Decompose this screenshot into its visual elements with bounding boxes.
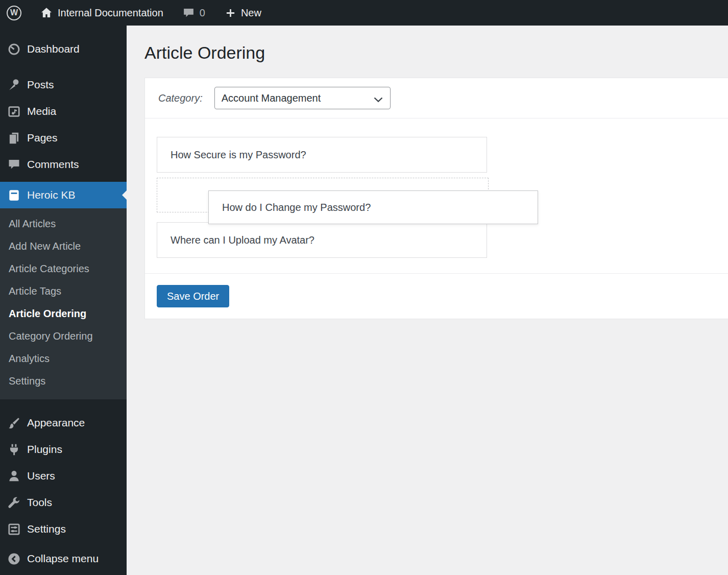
sidebar-item-label: Comments <box>27 158 79 171</box>
sidebar-item-dashboard[interactable]: Dashboard <box>0 36 127 62</box>
menu-separator <box>0 62 127 71</box>
new-content-link[interactable]: New <box>219 0 268 26</box>
sidebar-item-pages[interactable]: Pages <box>0 125 127 151</box>
sidebar-item-heroic-kb[interactable]: Heroic KB <box>0 182 127 208</box>
sidebar-item-label: Users <box>27 470 55 482</box>
menu-separator <box>0 399 127 410</box>
article-item-label: Where can I Upload my Avatar? <box>171 234 314 246</box>
sidebar-item-label: Appearance <box>27 417 85 429</box>
sidebar-item-settings[interactable]: Settings <box>0 516 127 542</box>
heroic-kb-submenu: All Articles Add New Article Article Cat… <box>0 208 127 399</box>
panel-footer: Save Order <box>145 273 728 319</box>
collapse-menu-label: Collapse menu <box>27 553 99 565</box>
article-item-dragging[interactable]: How do I Change my Password? <box>208 190 538 224</box>
article-item-label: How Secure is my Password? <box>171 149 306 161</box>
sidebar-item-posts[interactable]: Posts <box>0 71 127 98</box>
sidebar-item-comments[interactable]: Comments <box>0 151 127 178</box>
plus-icon <box>225 7 236 19</box>
submenu-item-all-articles[interactable]: All Articles <box>0 212 127 235</box>
sidebar-item-media[interactable]: Media <box>0 98 127 125</box>
sidebar-item-label: Pages <box>27 132 58 144</box>
submenu-item-add-new-article[interactable]: Add New Article <box>0 235 127 257</box>
comments-count: 0 <box>200 7 205 19</box>
category-select[interactable]: Account Management <box>214 87 391 109</box>
wordpress-icon: W <box>7 6 21 20</box>
article-item[interactable]: How Secure is my Password? <box>157 137 487 173</box>
sortable-article-list: How Secure is my Password? How do I Chan… <box>145 118 728 273</box>
submenu-item-category-ordering[interactable]: Category Ordering <box>0 325 127 347</box>
new-label: New <box>241 7 261 19</box>
page-title: Article Ordering <box>144 42 728 63</box>
sidebar: Dashboard Posts Media Pages Commen <box>0 26 127 575</box>
sidebar-item-label: Heroic KB <box>27 189 76 201</box>
site-name: Internal Documentation <box>58 7 163 19</box>
home-icon <box>40 6 53 19</box>
article-item-label: How do I Change my Password? <box>222 202 371 213</box>
sidebar-item-tools[interactable]: Tools <box>0 489 127 516</box>
comment-bubble-icon <box>182 7 195 19</box>
article-ordering-panel: Category: Account Management How Secure … <box>144 78 728 319</box>
article-item[interactable]: Where can I Upload my Avatar? <box>157 222 487 258</box>
current-menu-arrow <box>117 190 127 200</box>
sidebar-item-label: Media <box>27 105 56 117</box>
category-label: Category: <box>158 92 203 104</box>
sidebar-item-plugins[interactable]: Plugins <box>0 436 127 463</box>
submenu-item-article-categories[interactable]: Article Categories <box>0 257 127 280</box>
sidebar-item-users[interactable]: Users <box>0 463 127 489</box>
collapse-menu-button[interactable]: Collapse menu <box>0 545 127 572</box>
plug-icon <box>6 442 21 457</box>
user-icon <box>6 468 21 484</box>
sidebar-item-appearance[interactable]: Appearance <box>0 410 127 436</box>
save-order-button[interactable]: Save Order <box>157 285 229 307</box>
wrench-icon <box>6 495 21 510</box>
submenu-item-kb-settings[interactable]: Settings <box>0 370 127 392</box>
category-select-wrap: Account Management <box>214 87 391 109</box>
menu-separator <box>0 178 127 182</box>
dashboard-icon <box>6 41 21 57</box>
pages-icon <box>6 130 21 146</box>
comments-icon <box>6 157 21 172</box>
content-area: Article Ordering Category: Account Manag… <box>127 0 728 319</box>
sidebar-item-label: Tools <box>27 496 52 509</box>
comments-link[interactable]: 0 <box>176 0 211 26</box>
sidebar-item-label: Plugins <box>27 443 62 456</box>
category-row: Category: Account Management <box>145 78 728 118</box>
submenu-item-analytics[interactable]: Analytics <box>0 347 127 370</box>
admin-bar: W Internal Documentation 0 New <box>0 0 728 26</box>
submenu-item-article-ordering[interactable]: Article Ordering <box>0 302 127 325</box>
settings-icon <box>6 521 21 537</box>
sidebar-item-label: Dashboard <box>27 43 80 55</box>
wp-logo[interactable]: W <box>0 0 28 26</box>
site-name-link[interactable]: Internal Documentation <box>34 0 169 26</box>
sidebar-item-label: Posts <box>27 79 54 91</box>
submenu-item-article-tags[interactable]: Article Tags <box>0 280 127 302</box>
sidebar-item-label: Settings <box>27 523 66 535</box>
pin-icon <box>6 77 21 92</box>
book-icon <box>6 187 21 203</box>
media-icon <box>6 104 21 119</box>
brush-icon <box>6 415 21 430</box>
collapse-arrow-icon <box>6 551 21 566</box>
